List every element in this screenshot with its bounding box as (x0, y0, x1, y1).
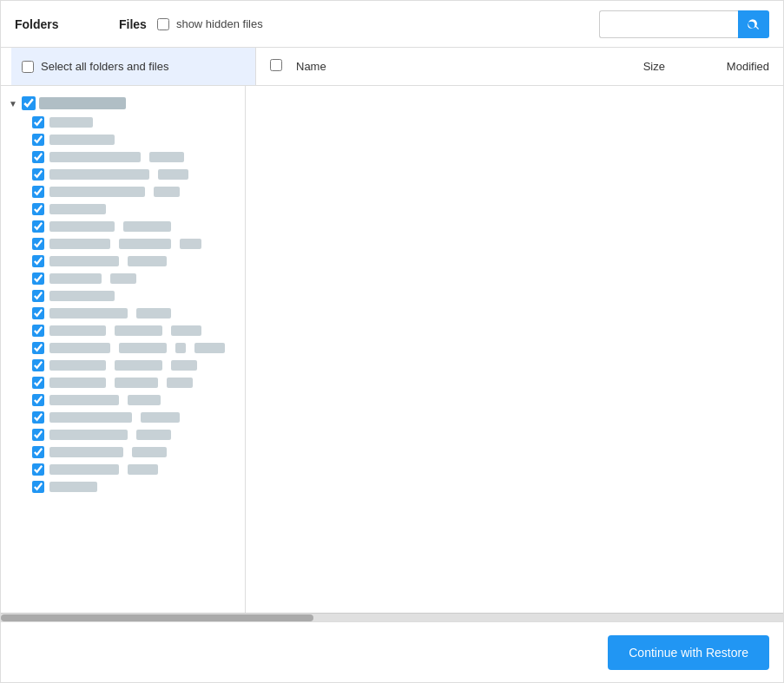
folder-item-checkbox[interactable] (32, 203, 44, 215)
list-item[interactable] (32, 461, 245, 478)
folder-item-checkbox[interactable] (32, 290, 44, 302)
horizontal-scroll-thumb[interactable] (1, 614, 313, 621)
folder-item-label-extra (123, 221, 171, 232)
folder-item-label (49, 291, 115, 301)
folder-item-label (49, 308, 128, 319)
folder-item-label-dot (175, 343, 186, 353)
folder-item-label (49, 482, 97, 492)
folder-item-label-extra (136, 430, 171, 440)
folder-item-checkbox[interactable] (32, 429, 44, 441)
folder-item-label (49, 464, 119, 475)
list-item[interactable] (32, 478, 245, 496)
list-item[interactable] (32, 391, 245, 409)
folder-item-label-extra (128, 256, 167, 266)
folder-item-label-extra (154, 187, 180, 197)
folder-item-label-extra (132, 447, 167, 457)
folder-item-label-extra (115, 325, 162, 336)
list-item[interactable] (32, 253, 245, 270)
horizontal-scrollbar[interactable] (1, 613, 783, 621)
search-input[interactable] (599, 10, 738, 38)
folder-item-label-extra2 (171, 360, 197, 371)
files-columns: Name Size Modified (256, 48, 783, 85)
show-hidden-checkbox[interactable] (157, 18, 169, 30)
list-item[interactable] (32, 131, 245, 148)
folder-item-checkbox[interactable] (32, 151, 44, 163)
continue-restore-button[interactable]: Continue with Restore (608, 635, 769, 670)
list-item[interactable] (32, 218, 245, 235)
folder-item-label (49, 169, 149, 180)
folder-item-label (49, 325, 106, 336)
select-all-section: Select all folders and files (11, 48, 256, 85)
folder-item-checkbox[interactable] (32, 342, 44, 354)
folder-item-checkbox[interactable] (32, 255, 44, 267)
search-button[interactable] (738, 10, 769, 38)
folder-item-checkbox[interactable] (32, 394, 44, 406)
files-select-all-checkbox[interactable] (270, 59, 282, 71)
list-item[interactable] (32, 426, 245, 443)
folder-item-checkbox[interactable] (32, 186, 44, 198)
list-item[interactable] (32, 443, 245, 461)
folder-item-checkbox[interactable] (32, 377, 44, 389)
folder-item-label-extra2 (171, 325, 201, 336)
folder-item-checkbox[interactable] (32, 116, 44, 128)
list-item[interactable] (32, 200, 245, 218)
list-item[interactable] (32, 148, 245, 166)
content-area: ▼ (1, 86, 783, 613)
folder-item-label (49, 204, 106, 214)
folder-item-label-extra (158, 169, 188, 180)
list-item[interactable] (32, 114, 245, 131)
list-item[interactable] (32, 409, 245, 426)
folder-item-checkbox[interactable] (32, 273, 44, 285)
col-name-header: Name (296, 60, 596, 73)
columns-row: Select all folders and files Name Size M… (1, 48, 783, 86)
folder-item-label (49, 135, 115, 145)
folder-item-checkbox[interactable] (32, 168, 44, 181)
folder-item-label-extra (128, 464, 158, 475)
folder-item-label-extra (119, 343, 167, 353)
folder-item-label (49, 360, 106, 371)
folder-root-checkbox[interactable] (22, 96, 36, 110)
list-item[interactable] (32, 183, 245, 200)
main-container: Folders Files show hidden files Select a… (0, 0, 784, 683)
folder-item-label-extra (110, 273, 136, 284)
show-hidden-label[interactable]: show hidden files (176, 17, 263, 30)
bottom-bar: Continue with Restore (1, 621, 783, 682)
col-modified-header: Modified (665, 60, 769, 73)
select-all-label[interactable]: Select all folders and files (41, 60, 168, 73)
col-checkbox-area (270, 59, 296, 74)
folder-item-checkbox[interactable] (32, 220, 44, 233)
chevron-down-icon[interactable]: ▼ (8, 98, 18, 108)
folder-item-label-extra2 (194, 343, 225, 353)
folder-item-checkbox[interactable] (32, 411, 44, 424)
folder-root-item[interactable]: ▼ (1, 93, 245, 114)
list-item[interactable] (32, 305, 245, 322)
folder-item-checkbox[interactable] (32, 481, 44, 493)
header-row: Folders Files show hidden files (1, 1, 783, 48)
folders-header-label: Folders (15, 17, 119, 31)
folder-item-checkbox[interactable] (32, 325, 44, 337)
col-size-header: Size (596, 60, 665, 73)
list-item[interactable] (32, 235, 245, 253)
folder-item-checkbox[interactable] (32, 307, 44, 319)
folder-item-checkbox[interactable] (32, 134, 44, 146)
folder-item-checkbox[interactable] (32, 463, 44, 476)
select-all-checkbox[interactable] (22, 61, 34, 73)
folder-item-label (49, 256, 119, 266)
list-item[interactable] (32, 374, 245, 391)
list-item[interactable] (32, 357, 245, 374)
folder-item-checkbox[interactable] (32, 359, 44, 371)
list-item[interactable] (32, 322, 245, 339)
folder-item-label (49, 343, 110, 353)
folder-item-checkbox[interactable] (32, 238, 44, 250)
list-item[interactable] (32, 270, 245, 287)
folder-item-checkbox[interactable] (32, 446, 44, 458)
folder-item-label-extra (141, 412, 180, 423)
list-item[interactable] (32, 339, 245, 357)
folder-item-label-extra2 (167, 378, 193, 388)
folder-item-label (49, 273, 102, 284)
list-item[interactable] (32, 287, 245, 305)
files-panel[interactable] (246, 86, 783, 613)
folder-item-label (49, 412, 132, 423)
folders-panel[interactable]: ▼ (1, 86, 246, 613)
list-item[interactable] (32, 166, 245, 183)
